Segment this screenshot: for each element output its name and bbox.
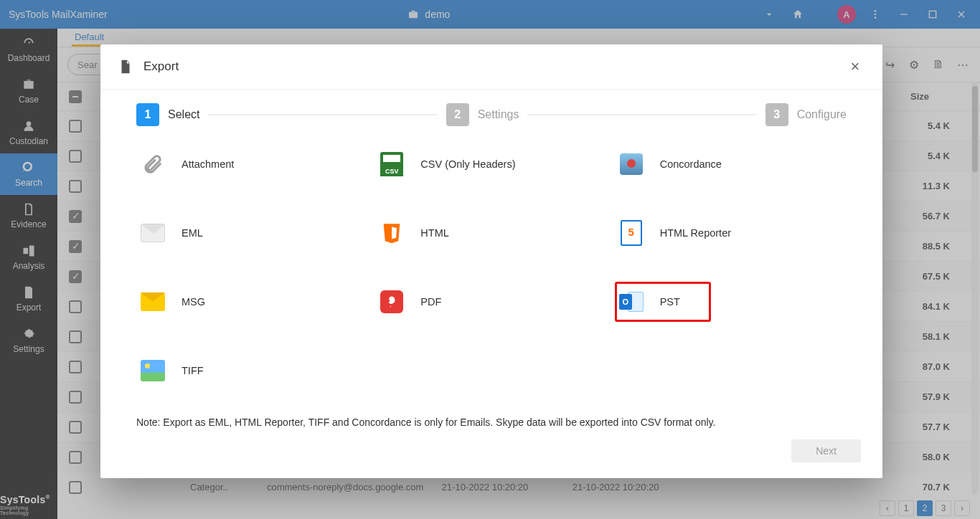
- opt-pst[interactable]: O PST: [615, 282, 711, 322]
- opt-eml[interactable]: EML: [136, 213, 368, 253]
- export-grid: Attachment CSV (Only Headers) Concordanc…: [100, 140, 882, 391]
- export-note: Note: Export as EML, HTML Reporter, TIFF…: [100, 391, 882, 428]
- stepper: 1 Select 2 Settings 3 Configure: [100, 90, 882, 140]
- modal-close-button[interactable]: ×: [845, 57, 865, 77]
- modal-header: Export ×: [100, 44, 882, 90]
- opt-msg[interactable]: MSG: [136, 282, 368, 322]
- opt-label: HTML: [420, 227, 448, 239]
- opt-label: PST: [660, 296, 680, 308]
- msg-icon: [138, 287, 167, 316]
- html-reporter-icon: [617, 219, 646, 247]
- opt-label: CSV (Only Headers): [420, 158, 515, 170]
- opt-label: PDF: [420, 296, 441, 308]
- attachment-icon: [138, 150, 167, 178]
- step-select[interactable]: 1 Select: [136, 103, 199, 126]
- step-label: Configure: [797, 108, 847, 121]
- step-num: 2: [446, 103, 469, 126]
- opt-attachment[interactable]: Attachment: [136, 144, 368, 184]
- html-icon: [377, 219, 406, 247]
- step-settings[interactable]: 2 Settings: [446, 103, 519, 126]
- modal-title: Export: [143, 59, 179, 74]
- concordance-icon: [617, 150, 646, 178]
- pst-icon: O: [617, 287, 646, 316]
- next-button[interactable]: Next: [791, 439, 861, 462]
- opt-label: Concordance: [660, 158, 722, 170]
- export-modal: Export × 1 Select 2 Settings 3 Configure…: [100, 44, 882, 478]
- opt-html[interactable]: HTML: [375, 213, 607, 253]
- opt-label: HTML Reporter: [660, 227, 731, 239]
- opt-concordance[interactable]: Concordance: [615, 144, 847, 184]
- step-sep: [208, 114, 437, 115]
- eml-icon: [138, 219, 167, 247]
- opt-label: Attachment: [182, 158, 234, 170]
- step-label: Select: [168, 108, 199, 121]
- tiff-icon: [138, 356, 167, 385]
- step-sep: [527, 114, 756, 115]
- file-icon: [118, 59, 133, 75]
- opt-label: MSG: [182, 296, 205, 308]
- opt-csv[interactable]: CSV (Only Headers): [375, 144, 607, 184]
- modal-actions: Next: [100, 428, 882, 478]
- opt-label: TIFF: [182, 365, 204, 376]
- step-num: 3: [765, 103, 788, 126]
- csv-icon: [377, 150, 406, 178]
- opt-pdf[interactable]: PDF: [375, 282, 607, 322]
- step-configure[interactable]: 3 Configure: [765, 103, 847, 126]
- opt-label: EML: [182, 227, 203, 239]
- opt-tiff[interactable]: TIFF: [136, 351, 368, 391]
- step-num: 1: [136, 103, 159, 126]
- pdf-icon: [377, 287, 406, 316]
- opt-html-reporter[interactable]: HTML Reporter: [615, 213, 847, 253]
- step-label: Settings: [478, 108, 519, 121]
